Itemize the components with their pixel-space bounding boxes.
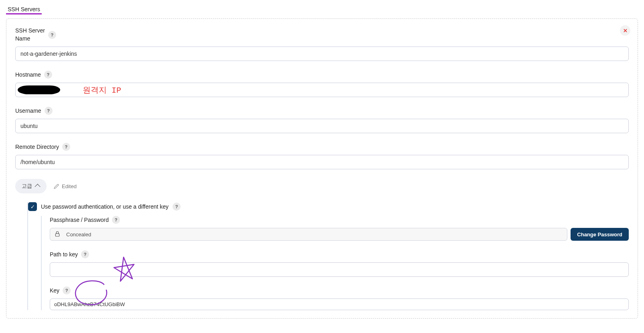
redaction-mark: [18, 85, 60, 94]
svg-rect-0: [55, 234, 59, 236]
field-group-name: SSH ServerName ?: [15, 27, 629, 61]
auth-checkbox[interactable]: ✓: [28, 202, 37, 211]
concealed-text: Concealed: [66, 231, 91, 238]
field-group-pathkey: Path to key ?: [50, 250, 629, 277]
close-icon: ✕: [623, 28, 628, 34]
key-label: Key: [50, 287, 59, 294]
pathkey-input[interactable]: [50, 262, 629, 277]
edited-label: Edited: [62, 183, 77, 189]
hostname-label: Hostname: [15, 71, 41, 78]
help-icon[interactable]: ?: [112, 216, 120, 224]
change-password-button[interactable]: Change Password: [571, 228, 629, 241]
pathkey-label-row: Path to key ?: [50, 250, 629, 258]
field-group-remotedir: Remote Directory ?: [15, 143, 629, 169]
passphrase-label: Passphrase / Password: [50, 217, 109, 223]
pencil-icon: [54, 184, 59, 189]
help-icon[interactable]: ?: [81, 250, 89, 258]
passphrase-concealed-input: Concealed: [50, 228, 567, 241]
name-input[interactable]: [15, 47, 629, 61]
lock-icon: [54, 231, 61, 238]
remove-server-button[interactable]: ✕: [620, 25, 630, 36]
help-icon[interactable]: ?: [173, 203, 181, 211]
key-textarea[interactable]: oDHL9ABwAhzB74CtUGbiBW: [50, 298, 629, 310]
help-icon[interactable]: ?: [45, 107, 53, 115]
field-group-username: Username ?: [15, 107, 629, 133]
username-label: Username: [15, 108, 41, 114]
chevron-up-icon: [35, 184, 41, 190]
pathkey-label: Path to key: [50, 251, 78, 258]
field-group-passphrase: Passphrase / Password ? Concealed Chan: [50, 216, 629, 241]
username-input[interactable]: [15, 119, 629, 133]
edited-indicator: Edited: [54, 183, 77, 189]
advanced-row: 고급 Edited: [15, 179, 629, 193]
help-icon[interactable]: ?: [62, 143, 70, 151]
advanced-label: 고급: [22, 183, 32, 190]
help-icon[interactable]: ?: [48, 31, 56, 39]
name-label-row: SSH ServerName ?: [15, 27, 629, 43]
remotedir-label: Remote Directory: [15, 144, 59, 150]
passphrase-label-row: Passphrase / Password ?: [50, 216, 629, 224]
section-title: SSH Servers: [6, 6, 42, 14]
help-icon[interactable]: ?: [63, 286, 71, 294]
username-label-row: Username ?: [15, 107, 629, 115]
ssh-server-panel: ✕ SSH ServerName ? Hostname ? 원격지 IP Use…: [6, 18, 638, 319]
advanced-toggle-button[interactable]: 고급: [15, 179, 47, 193]
auth-subsection: ✓ Use password authentication, or use a …: [27, 202, 629, 310]
field-group-hostname: Hostname ? 원격지 IP: [15, 71, 629, 97]
remotedir-label-row: Remote Directory ?: [15, 143, 629, 151]
hostname-label-row: Hostname ?: [15, 71, 629, 79]
hostname-input[interactable]: [15, 83, 629, 97]
field-group-key: Key ? oDHL9ABwAhzB74CtUGbiBW: [50, 286, 629, 310]
help-icon[interactable]: ?: [44, 71, 52, 79]
remotedir-input[interactable]: [15, 155, 629, 169]
key-label-row: Key ?: [50, 286, 629, 294]
check-icon: ✓: [30, 204, 35, 210]
auth-checkbox-label: Use password authentication, or use a di…: [41, 203, 169, 210]
name-label: SSH ServerName: [15, 27, 45, 43]
